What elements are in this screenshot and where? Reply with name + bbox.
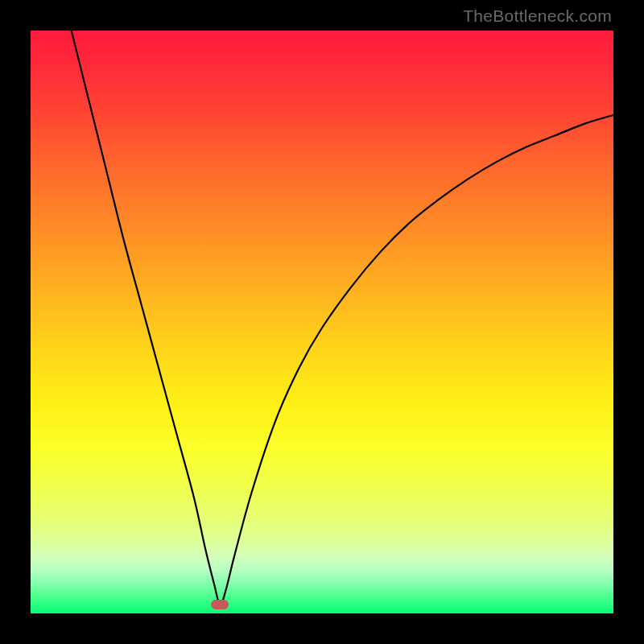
bottleneck-curve — [72, 31, 613, 605]
bottleneck-chart: TheBottleneck.com — [0, 0, 644, 644]
curve-layer — [31, 31, 613, 613]
optimal-point-marker — [211, 600, 229, 609]
watermark-text: TheBottleneck.com — [463, 6, 612, 26]
plot-area — [31, 31, 613, 613]
